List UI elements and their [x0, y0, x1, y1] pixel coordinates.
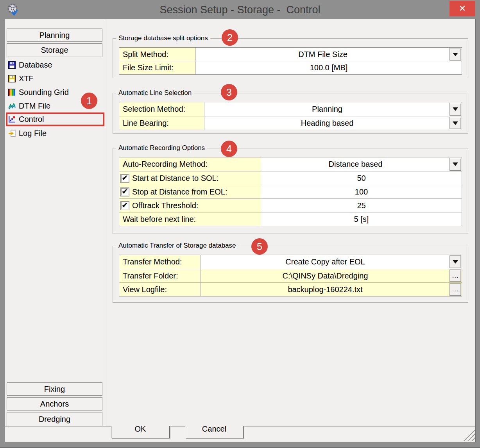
field-label: Line Bearing:: [119, 116, 204, 130]
browse-logfile-button[interactable]: ...: [450, 283, 461, 296]
sidebar-item-label: Database: [19, 61, 52, 70]
value-text: backuplog-160224.txt: [288, 285, 362, 294]
wait-before-next-line-value[interactable]: 5 [s]: [261, 212, 462, 226]
stop-at-eol-checkbox[interactable]: ✔: [121, 188, 129, 196]
window-title: Session Setup - Storage - Control: [0, 4, 480, 16]
floppy-yellow-icon: [8, 75, 16, 82]
dropdown-button[interactable]: [450, 158, 461, 171]
value-text: Planning: [312, 105, 342, 114]
table-row: ✔ Stop at Distance from EOL: 100: [119, 185, 462, 198]
auto-recording-method-value[interactable]: Distance based: [261, 157, 462, 171]
value-text: C:\QINSy Data\Dredging: [283, 271, 368, 280]
value-text: Distance based: [329, 160, 383, 169]
close-button[interactable]: ✕: [450, 1, 475, 16]
badge-number: 2: [227, 32, 233, 43]
table-row: Selection Method: Planning: [119, 102, 462, 116]
dropdown-button[interactable]: [450, 103, 461, 116]
line-bearing-value[interactable]: Heading based: [204, 116, 462, 130]
table-row: Transfer Method: Create Copy after EOL: [119, 255, 462, 269]
sidebar-button-label: Anchors: [40, 400, 69, 409]
field-label-with-checkbox: ✔ Start at Distance to SOL:: [119, 171, 261, 185]
sidebar-item-xtf[interactable]: XTF: [7, 73, 103, 84]
badge-number: 4: [226, 143, 232, 155]
field-label: Auto-Recording Method:: [119, 157, 261, 171]
check-icon: ✔: [122, 187, 128, 196]
group-title: Storage database split options: [116, 34, 210, 42]
sidebar-item-database[interactable]: Database: [7, 60, 103, 70]
sidebar-button-fixing[interactable]: Fixing: [7, 382, 102, 396]
ok-button-label: OK: [111, 426, 169, 436]
field-label: File Size Limit:: [119, 61, 196, 74]
group-automatic-transfer: Automatic Transfer of Storage database T…: [113, 246, 468, 303]
table-row: Transfer Folder: C:\QINSy Data\Dredging …: [119, 269, 462, 282]
control-icon: [8, 116, 16, 123]
settings-table: Selection Method: Planning Line Bearing:…: [119, 102, 462, 130]
selection-method-value[interactable]: Planning: [204, 102, 462, 116]
table-row: View Logfile: backuplog-160224.txt ...: [119, 282, 462, 296]
sidebar-item-label: Log File: [19, 129, 47, 138]
close-icon: ✕: [459, 4, 466, 14]
check-icon: ✔: [122, 200, 128, 210]
field-label-with-checkbox: ✔ Stop at Distance from EOL:: [119, 185, 261, 198]
offtrack-threshold-value[interactable]: 25: [261, 199, 462, 212]
badge-number: 5: [257, 241, 262, 252]
value-text: 25: [357, 201, 365, 210]
value-text: Create Copy after EOL: [285, 257, 365, 266]
table-row: ✔ Offtrack Threshold: 25: [119, 198, 462, 212]
split-method-value[interactable]: DTM File Size: [196, 48, 462, 61]
group-title: Automatic Line Selection: [116, 89, 194, 97]
ok-button[interactable]: OK: [111, 426, 170, 438]
chevron-down-icon: [453, 162, 458, 166]
table-row: Wait before next line: 5 [s]: [119, 212, 462, 226]
view-logfile-value[interactable]: backuplog-160224.txt ...: [201, 283, 462, 296]
badge-number: 1: [86, 95, 92, 107]
chevron-down-icon: [453, 260, 458, 264]
transfer-method-value[interactable]: Create Copy after EOL: [201, 255, 462, 269]
value-text: DTM File Size: [298, 50, 347, 59]
annotation-badge-5: 5: [251, 238, 268, 255]
start-at-sol-value[interactable]: 50: [261, 171, 462, 185]
field-label: Selection Method:: [119, 102, 204, 116]
settings-table: Transfer Method: Create Copy after EOL T…: [119, 255, 462, 296]
sidebar-divider: [106, 19, 106, 426]
stop-at-eol-value[interactable]: 100: [261, 185, 462, 198]
annotation-badge-3: 3: [221, 84, 237, 100]
field-label-with-checkbox: ✔ Offtrack Threshold:: [119, 199, 261, 212]
dropdown-button[interactable]: [450, 255, 461, 268]
table-row: Line Bearing: Heading based: [119, 116, 462, 130]
field-label: Transfer Method:: [119, 255, 201, 269]
floppy-blue-icon: [8, 61, 16, 69]
dropdown-button[interactable]: [450, 117, 461, 129]
sidebar-button-label: Storage: [41, 46, 68, 55]
transfer-folder-value[interactable]: C:\QINSy Data\Dredging ...: [201, 269, 462, 282]
dropdown-button[interactable]: [450, 48, 461, 61]
table-row: Split Method: DTM File Size: [119, 48, 462, 61]
value-text: 100: [355, 187, 368, 196]
browse-folder-button[interactable]: ...: [450, 270, 461, 282]
annotation-badge-4: 4: [221, 141, 237, 157]
sidebar-item-log-file[interactable]: Log File: [7, 128, 103, 138]
sidebar-button-dredging[interactable]: Dredging: [7, 412, 102, 426]
sidebar-item-label: DTM File: [19, 102, 50, 111]
sidebar-item-control[interactable]: Control: [7, 114, 103, 124]
sidebar-button-anchors[interactable]: Anchors: [7, 397, 102, 411]
group-automatic-recording-options: Automatic Recording Options Auto-Recordi…: [113, 148, 468, 234]
dialog-window: Session Setup - Storage - Control ✕ Plan…: [0, 0, 480, 448]
field-label-text: Start at Distance to SOL:: [132, 174, 219, 183]
settings-table: Auto-Recording Method: Distance based ✔ …: [119, 157, 462, 226]
badge-number: 3: [226, 87, 232, 98]
sidebar-button-storage[interactable]: Storage: [7, 43, 102, 57]
sidebar-button-planning[interactable]: Planning: [7, 29, 102, 42]
group-automatic-line-selection: Automatic Line Selection Selection Metho…: [113, 93, 468, 134]
value-text: 50: [357, 174, 365, 183]
check-icon: ✔: [122, 173, 128, 182]
chevron-down-icon: [453, 121, 458, 125]
offtrack-threshold-checkbox[interactable]: ✔: [121, 202, 129, 210]
start-at-sol-checkbox[interactable]: ✔: [121, 174, 129, 182]
field-label: View Logfile:: [119, 283, 201, 296]
chevron-down-icon: [453, 107, 458, 111]
chevron-down-icon: [453, 53, 458, 56]
value-text: 100.0 [MB]: [310, 63, 348, 72]
cancel-button[interactable]: Cancel: [185, 426, 244, 438]
file-size-limit-value[interactable]: 100.0 [MB]: [196, 61, 462, 74]
